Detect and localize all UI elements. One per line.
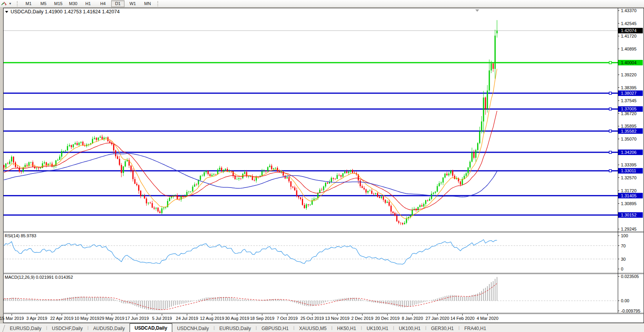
price-tick-label: 1.41720 — [621, 34, 637, 38]
price-tick-label: 1.33395 — [621, 162, 637, 167]
timeframe-button-h4[interactable]: H4 — [96, 0, 110, 7]
chart-tab-hk50-h1[interactable]: HK50,H1 — [332, 325, 361, 332]
price-tick-label: 1.30895 — [621, 201, 637, 206]
svg-text:1.34206: 1.34206 — [621, 150, 637, 155]
macd-tick-label: 0.00 — [621, 298, 629, 303]
level-handle-1.35582[interactable] — [609, 130, 612, 132]
date-tick-label: 2 Dec 2019 — [351, 316, 373, 321]
timeframe-button-h1[interactable]: H1 — [81, 0, 95, 7]
chart-tab-usdcad-daily[interactable]: USDCAD,Daily — [130, 323, 172, 332]
chart-tab-uk100-h1[interactable]: UK100,H1 — [362, 325, 393, 332]
level-handle-1.34206[interactable] — [609, 151, 612, 153]
price-tick-label: 1.32570 — [621, 175, 637, 180]
price-tick-label: 1.35070 — [621, 137, 637, 141]
svg-text:1.33011: 1.33011 — [621, 168, 636, 173]
rsi-tick-label: 0 — [621, 267, 623, 271]
partial-tab-stub[interactable] — [0, 325, 5, 332]
chart-tab-xauusd-m5[interactable]: XAUUSD,M5 — [294, 325, 331, 332]
chart-tab-ger30-h1[interactable]: GER30,H1 — [426, 325, 458, 332]
chart-tab-usdcnh-daily[interactable]: USDCNH,Daily — [172, 325, 213, 332]
rsi-tick-label: 70 — [621, 244, 626, 248]
toolbar-grip-right[interactable] — [157, 1, 159, 6]
timeframe-toolbar: ▼ M1M5M15M30H1H4D1W1MN — [0, 0, 644, 7]
timeframe-button-m15[interactable]: M15 — [52, 0, 65, 7]
rsi-tick-label: 100 — [621, 233, 628, 238]
periodicity-icon[interactable] — [1, 1, 7, 6]
price-tick-label: 1.39220 — [621, 72, 637, 77]
price-tick-label: 1.31720 — [621, 188, 637, 193]
date-tick-label: 15 Mar 2019 — [0, 316, 24, 321]
chart-tab-eurusd-daily[interactable]: EURUSD,Daily — [215, 325, 256, 332]
chart-tab-eurusd-daily[interactable]: EURUSD,Daily — [5, 325, 46, 332]
chart-tab-audusd-daily[interactable]: AUDUSD,Daily — [88, 325, 130, 332]
date-tick-label: 20 Dec 2019 — [375, 316, 399, 321]
date-tick-label: 12 Aug 2019 — [200, 316, 224, 321]
chart-tab-fra40-h1[interactable]: FRA40,H1 — [460, 325, 491, 332]
date-tick-label: 30 Aug 2019 — [225, 316, 249, 321]
price-tick-label: 1.35895 — [621, 124, 637, 128]
price-tick-label: 1.37545 — [621, 98, 637, 103]
date-tick-label: 17 Jun 2019 — [125, 316, 149, 321]
date-tick-label: 27 Jan 2020 — [426, 316, 449, 321]
price-tick-label: 1.38395 — [621, 85, 637, 90]
svg-text:1.40004: 1.40004 — [621, 60, 637, 65]
date-tick-label: 22 Apr 2019 — [50, 316, 73, 321]
date-tick-label: 5 Jul 2019 — [152, 316, 172, 321]
timeframe-buttons: M1M5M15M30H1H4D1W1MN — [21, 0, 155, 7]
date-tick-label: 4 Mar 2020 — [476, 316, 498, 321]
chart-window[interactable]: USDCAD,Daily 1.41900 1.42753 1.41624 1.4… — [0, 0, 644, 332]
svg-text:1.31405: 1.31405 — [621, 193, 637, 198]
svg-text:1.38027: 1.38027 — [621, 91, 637, 96]
level-handle-1.33011[interactable] — [609, 170, 612, 172]
toolbar-grip[interactable] — [17, 1, 19, 6]
svg-text:1.42074: 1.42074 — [621, 28, 637, 33]
chart-title: USDCAD,Daily 1.41900 1.42753 1.41624 1.4… — [5, 9, 120, 14]
price-tick-label: 1.40895 — [621, 47, 637, 51]
price-tick-label: 1.29245 — [621, 227, 637, 231]
chart-tabs-bar: EURUSD,Daily|USDCHF,Daily|AUDUSD,DailyUS… — [0, 323, 644, 332]
macd-tick-label: -0.009795 — [621, 309, 640, 313]
svg-text:1.35582: 1.35582 — [621, 129, 637, 134]
chart-tab-usdchf-daily[interactable]: USDCHF,Daily — [47, 325, 88, 332]
timeframe-button-m30[interactable]: M30 — [67, 0, 80, 7]
date-tick-label: 10 May 2019 — [74, 316, 99, 321]
date-tick-label: 8 Jan 2020 — [402, 316, 423, 321]
timeframe-button-w1[interactable]: W1 — [126, 0, 139, 7]
rsi-label: RSI(14) 85.9783 — [5, 233, 36, 238]
timeframe-button-d1[interactable]: D1 — [111, 0, 124, 7]
rsi-tick-label: 30 — [621, 257, 626, 262]
chart-window-frame — [4, 8, 644, 323]
macd-label: MACD(12,26,9) 0.021991 0.014352 — [5, 275, 73, 280]
date-tick-label: 13 Nov 2019 — [325, 316, 349, 321]
date-tick-label: 3 Apr 2019 — [26, 316, 47, 321]
svg-text:1.37005: 1.37005 — [621, 106, 637, 111]
level-handle-1.37005[interactable] — [609, 108, 612, 110]
chart-title-text: USDCAD,Daily 1.41900 1.42753 1.41624 1.4… — [11, 9, 120, 14]
chart-tab-uk100-h1[interactable]: UK100,H1 — [394, 325, 425, 332]
level-handle-1.40004[interactable] — [609, 61, 612, 64]
date-tick-label: 7 Oct 2019 — [277, 316, 298, 321]
date-tick-label: 29 May 2019 — [99, 316, 124, 321]
svg-text:1.30152: 1.30152 — [621, 213, 637, 217]
price-tick-label: 1.42545 — [621, 21, 637, 26]
chart-tab-gbpusd-h1[interactable]: GBPUSD,H1 — [257, 325, 293, 332]
date-tick-label: 18 Sep 2019 — [250, 316, 274, 321]
date-tick-label: 24 Jul 2019 — [176, 316, 198, 321]
price-tick-label: 1.36720 — [621, 111, 637, 116]
toolbar-dropdown-caret-icon[interactable]: ▼ — [9, 2, 12, 5]
date-tick-label: 14 Feb 2020 — [450, 316, 474, 321]
level-handle-1.38027[interactable] — [609, 92, 612, 94]
timeframe-button-m1[interactable]: M1 — [22, 0, 35, 7]
price-tick-label: 1.43370 — [621, 8, 637, 13]
timeframe-button-mn[interactable]: MN — [141, 0, 154, 7]
date-tick-label: 25 Oct 2019 — [301, 316, 324, 321]
timeframe-button-m5[interactable]: M5 — [37, 0, 50, 7]
macd-tick-label: 0.023505 — [621, 274, 639, 279]
